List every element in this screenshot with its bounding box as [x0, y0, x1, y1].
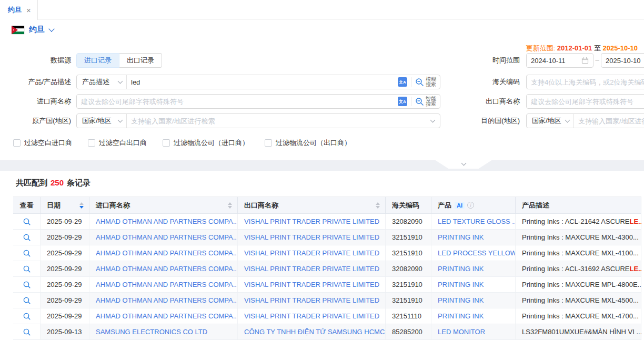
product-select-value: 产品描述 — [82, 77, 109, 87]
view-record-button[interactable] — [23, 328, 31, 336]
header-exporter[interactable]: 出口商名称 — [238, 197, 386, 213]
checkbox-icon[interactable] — [13, 139, 21, 147]
filter-checkbox[interactable]: 过滤空白出口商 — [88, 138, 147, 148]
filter-checkbox[interactable]: 过滤空白进口商 — [13, 138, 72, 148]
importer-link[interactable]: AHMAD OTHMAN AND PARTNERS COMPA... — [96, 265, 238, 273]
importer-link[interactable]: AHMAD OTHMAN AND PARTNERS COMPA... — [96, 233, 238, 241]
hs-code-label: 海关编码 — [457, 75, 520, 89]
importer-link[interactable]: AHMAD OTHMAN AND PARTNERS COMPA... — [96, 296, 238, 304]
product-link[interactable]: PRINTING INK — [438, 281, 484, 288]
table-row: 2025-09-13 SAMSUNG ELECTRONICS CO LTD CÔ… — [13, 324, 641, 340]
exporter-link[interactable]: VISHAL PRINT TRADER PRIVATE LIMITED — [244, 233, 379, 241]
product-search-input[interactable] — [127, 75, 394, 89]
origin-type-select[interactable]: 国家/地区 — [77, 114, 127, 128]
importer-link[interactable]: AHMAD OTHMAN AND PARTNERS COMPA... — [96, 218, 238, 225]
importer-link[interactable]: SAMSUNG ELECTRONICS CO LTD — [96, 328, 207, 336]
view-record-button[interactable] — [23, 265, 31, 273]
importer-link[interactable]: AHMAD OTHMAN AND PARTNERS COMPA... — [96, 249, 238, 257]
product-label: 产品/产品描述 — [0, 75, 71, 89]
header-hs-code: 海关编码 — [386, 197, 431, 213]
cell-description: Printing Inks : MAXCURE MXL-4300... — [516, 230, 641, 245]
importer-link[interactable]: AHMAD OTHMAN AND PARTNERS COMPA... — [96, 312, 238, 320]
update-range: 更新范围: 2012-01-01 至 2025-10-10 — [526, 44, 638, 53]
tab-label: 约旦 — [8, 5, 22, 15]
cell-date: 2025-09-29 — [41, 230, 89, 245]
cell-hs-code: 32151910 — [386, 230, 431, 245]
date-to-value[interactable] — [606, 54, 644, 67]
translate-icon[interactable]: 文A — [398, 97, 407, 106]
product-link[interactable]: PRINTING INK — [438, 265, 484, 273]
checkbox-icon[interactable] — [265, 139, 272, 147]
export-records-button[interactable]: 出口记录 — [119, 53, 162, 68]
product-link[interactable]: PRINTING INK — [438, 296, 484, 304]
chevron-down-icon — [461, 161, 466, 166]
filter-checkbox[interactable]: 过滤物流公司（进口商） — [163, 138, 249, 148]
exporter-link[interactable]: VISHAL PRINT TRADER PRIVATE LIMITED — [244, 281, 379, 288]
cell-description: Printing Inks : MAXCURE MXL-4500... — [516, 293, 641, 308]
date-from-input[interactable] — [526, 53, 593, 68]
filter-row-1: 数据源 进口记录 出口记录 时间范围 – — [0, 53, 644, 68]
exporter-link[interactable]: VISHAL PRINT TRADER PRIVATE LIMITED — [244, 296, 379, 304]
exporter-link[interactable]: VISHAL PRINT TRADER PRIVATE LIMITED — [244, 249, 379, 257]
view-record-button[interactable] — [23, 312, 31, 321]
product-search-box: 产品描述 文A 模糊 搜索 — [76, 75, 440, 89]
importer-name-input[interactable] — [77, 95, 394, 108]
results-prefix: 共匹配到 — [16, 178, 47, 187]
product-link[interactable]: LED PROCESS YELLOW... — [438, 249, 516, 257]
update-range-label: 更新范围: — [526, 44, 556, 52]
filter-checkbox[interactable]: 过滤物流公司（出口商） — [265, 138, 351, 148]
view-record-button[interactable] — [23, 218, 31, 226]
view-record-button[interactable] — [23, 296, 31, 305]
header-importer[interactable]: 进口商名称 — [89, 197, 238, 213]
cell-description: Printing Inks : MAXCURE MXL-4700... — [516, 308, 641, 324]
exporter-name-input[interactable] — [527, 95, 644, 108]
sort-icons[interactable] — [79, 202, 84, 209]
jordan-flag-icon — [12, 26, 24, 34]
cell-hs-code: 32151910 — [386, 245, 431, 261]
info-icon[interactable]: i — [467, 202, 474, 209]
divider — [411, 77, 411, 87]
trade-data-app: 约旦 × 约旦 更新范围: 2012-01-01 至 2025-10-10 数据… — [0, 0, 644, 341]
destination-country-input[interactable] — [574, 114, 644, 128]
country-selector[interactable]: 约旦 — [12, 25, 54, 35]
importer-link[interactable]: AHMAD OTHMAN AND PARTNERS COMPA... — [96, 281, 238, 288]
checkbox-label: 过滤空白出口商 — [99, 138, 147, 148]
sort-icons[interactable] — [228, 202, 232, 209]
exporter-link[interactable]: CÔNG TY TNHH ĐIỆN TỬ SAMSUNG HCMC... — [244, 328, 386, 336]
view-record-button[interactable] — [23, 249, 31, 257]
date-from-value[interactable] — [531, 54, 581, 67]
magnifier-icon — [23, 218, 31, 226]
tab-jordan[interactable]: 约旦 × — [0, 0, 38, 20]
translate-icon[interactable]: 文A — [398, 77, 407, 87]
checkbox-icon[interactable] — [88, 139, 95, 147]
fuzzy-search-button[interactable]: 模糊 搜索 — [415, 77, 436, 87]
product-link[interactable]: PRINTING INK — [438, 233, 484, 241]
product-link[interactable]: PRINTING INK — [438, 312, 484, 320]
header-date[interactable]: 日期 — [41, 197, 89, 213]
exporter-link[interactable]: VISHAL PRINT TRADER PRIVATE LIMITED — [244, 312, 379, 320]
product-link[interactable]: LED TEXTURE GLOSS ... — [438, 218, 516, 225]
hs-code-input[interactable] — [527, 75, 644, 89]
view-record-button[interactable] — [23, 233, 31, 242]
exporter-link[interactable]: VISHAL PRINT TRADER PRIVATE LIMITED — [244, 265, 379, 273]
cell-hs-code: 32151110 — [386, 308, 431, 324]
smart-search-button[interactable]: 智能 搜索 — [415, 96, 436, 107]
origin-country-input[interactable] — [127, 114, 431, 128]
sort-icons[interactable] — [376, 202, 380, 209]
tab-bar: 约旦 × — [0, 0, 644, 19]
exporter-link[interactable]: VISHAL PRINT TRADER PRIVATE LIMITED — [244, 218, 379, 225]
destination-type-select[interactable]: 国家/地区 — [527, 114, 574, 128]
page-background-band — [0, 160, 644, 171]
product-link[interactable]: LED MONITOR — [438, 328, 485, 336]
view-record-button[interactable] — [23, 281, 31, 289]
cell-hs-code: 32151910 — [386, 277, 431, 292]
import-records-button[interactable]: 进口记录 — [76, 53, 119, 68]
chevron-down-icon — [430, 118, 436, 123]
checkbox-icon[interactable] — [163, 139, 170, 147]
date-to-input[interactable] — [601, 53, 644, 68]
cell-description: Printing Inks : ACL-31692 ASCURE LE... — [516, 261, 641, 276]
close-icon[interactable]: × — [26, 6, 31, 14]
smart-search-icon — [415, 97, 424, 106]
product-search-suffix: 文A 模糊 搜索 — [394, 77, 440, 87]
product-field-select[interactable]: 产品描述 — [77, 75, 127, 89]
